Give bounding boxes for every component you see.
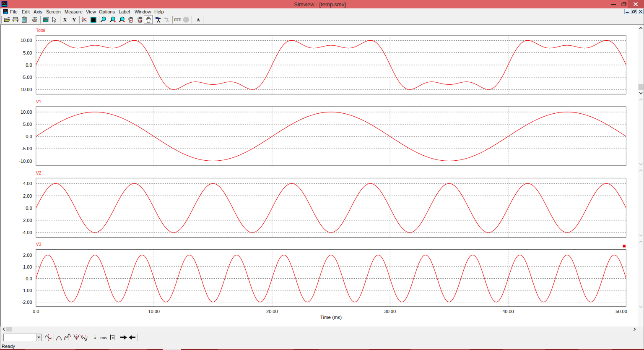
svg-text:x: x: [94, 335, 96, 340]
svg-text:x: x: [111, 335, 114, 340]
svg-text:rms: rms: [100, 335, 107, 340]
